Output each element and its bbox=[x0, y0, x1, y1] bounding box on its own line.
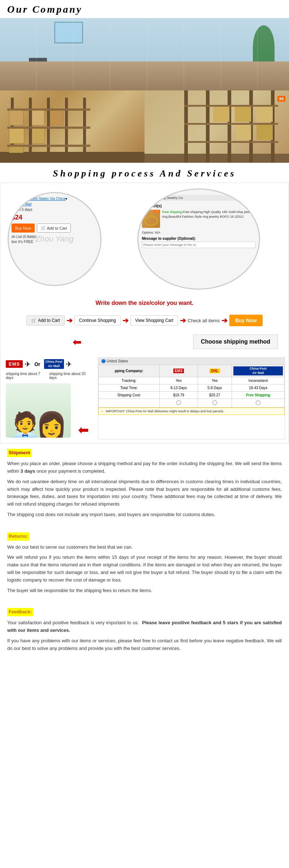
shipping-to-label: hipping to bbox=[12, 197, 27, 201]
important-note: ⚠ IMPORTANT: China Post Air Mail deliver… bbox=[98, 408, 285, 415]
feedback-section: Feedback: Your satisfaction and positive… bbox=[0, 603, 289, 660]
returns-p1: We do our best to serve our customers th… bbox=[7, 544, 282, 551]
left-circle-screenshot: hipping to United States Via China ▾ Pos… bbox=[8, 192, 102, 286]
process-top-row: hipping to United States Via China ▾ Pos… bbox=[0, 183, 289, 295]
table-header-bar: 🔵 United States bbox=[98, 358, 285, 365]
flow-continue-shopping[interactable]: Continue Shopping bbox=[74, 315, 121, 326]
shipping-method-link[interactable]: Post Air Mail bbox=[12, 202, 32, 206]
shipment-p3: The shipping cost does not include any i… bbox=[7, 511, 282, 519]
flow-add-to-cart[interactable]: 🛒 Add to Cart bbox=[26, 315, 65, 326]
delivery-person2: 👩 bbox=[36, 412, 67, 438]
shopping-process-title: Shopping process And Services bbox=[0, 163, 289, 183]
warehouse-photos: 94 bbox=[0, 90, 289, 163]
col-company: pping Company: bbox=[99, 365, 160, 377]
buy-now-button[interactable]: Buy Now bbox=[12, 224, 35, 233]
message-label: Message to supplier (Optional): bbox=[142, 237, 255, 241]
choose-shipping-area: ⬅ Choose shipping method bbox=[0, 332, 289, 352]
seller-bar: ller: ZhouYang Jewelry Co. bbox=[142, 195, 255, 201]
shipment-p1: When you place an order, please choose a… bbox=[7, 460, 282, 475]
flow-buy-now[interactable]: Buy Now bbox=[229, 315, 263, 326]
ems-time: shipping time about 7 days bbox=[6, 372, 46, 380]
shipment-p2: We do not uarantee delivery time on all … bbox=[7, 478, 282, 508]
shipping-comparison-table: pping Company: EMS DHL China PostAir Mai… bbox=[98, 365, 285, 408]
delivery-man-image: 🧑‍💼 👩 bbox=[6, 383, 71, 438]
our-company-section: Our Company bbox=[0, 0, 289, 163]
feedback-p2: If you have any problems with our items … bbox=[7, 637, 282, 652]
big-red-arrow: ⬅ bbox=[78, 422, 89, 438]
protection-label: tion It's FREE bbox=[12, 240, 98, 244]
left-shipping-options: EMS ✈ Or China PostAir Mail ✈ shipping t… bbox=[4, 357, 98, 439]
col-china-post: China PostAir Mail bbox=[232, 365, 285, 377]
arrow-4: ➔ bbox=[221, 316, 228, 325]
dhl-radio[interactable] bbox=[212, 400, 217, 405]
add-to-cart-button[interactable]: 🛒 Add to Cart bbox=[37, 224, 71, 233]
arrow-2: ➔ bbox=[122, 316, 129, 325]
office-photo bbox=[0, 18, 289, 90]
radio-row bbox=[99, 399, 285, 408]
ems-logo: EMS bbox=[6, 360, 23, 368]
warning-icon: ⚠ bbox=[101, 409, 104, 413]
col-dhl: DHL bbox=[198, 365, 232, 377]
flow-view-cart[interactable]: View Shopping Cart bbox=[130, 315, 178, 326]
shipment-section: Shipment When you place an order, please… bbox=[0, 443, 289, 527]
ems-option: EMS ✈ Or China PostAir Mail ✈ bbox=[6, 359, 96, 369]
right-table-area: 🔵 United States pping Company: EMS DHL bbox=[98, 357, 285, 439]
arrow-1: ➔ bbox=[66, 316, 73, 325]
feedback-label: Feedback: bbox=[7, 608, 33, 616]
shipping-arrow-icon: ⬅ bbox=[73, 336, 82, 348]
ems-radio[interactable] bbox=[176, 400, 181, 405]
shipping-times: shipping time about 7 days shipping time… bbox=[6, 372, 96, 380]
write-down-text: Write down the size/color you want. bbox=[0, 297, 289, 309]
wish-list-label: sh List (0 Adds) bbox=[12, 235, 98, 239]
product-options: Options: N/A bbox=[142, 231, 255, 234]
ems-plane-icon: ✈ bbox=[25, 360, 31, 369]
china-post-plane-icon: ✈ bbox=[66, 360, 72, 369]
returns-p3: The buyer will be responsible for the sh… bbox=[7, 587, 282, 595]
product-row: OS Free shipping,Free shipping,High Qual… bbox=[142, 210, 255, 228]
col-ems: EMS bbox=[160, 365, 198, 377]
bottom-shipping-row: EMS ✈ Or China PostAir Mail ✈ shipping t… bbox=[0, 354, 289, 443]
cart-icon: 🛒 bbox=[41, 226, 46, 230]
china-post-logo: China PostAir Mail bbox=[44, 359, 64, 369]
process-area: hipping to United States Via China ▾ Pos… bbox=[0, 183, 289, 443]
destination-label: 🔵 United States bbox=[101, 359, 128, 363]
tracking-row: Tracking: Yes Yes Inconsistent bbox=[99, 377, 285, 384]
china-post-time: shipping time about 20 days bbox=[49, 372, 89, 380]
delivery-illustration: 🧑‍💼 👩 ⬅ bbox=[6, 383, 96, 438]
warehouse-left-photo bbox=[0, 90, 144, 163]
shipment-label: Shipment bbox=[7, 449, 31, 457]
choose-shipping-box: Choose shipping method bbox=[193, 335, 278, 349]
product-info: Free shipping,Free shipping,High Quality… bbox=[162, 210, 255, 228]
arrow-3: ➔ bbox=[180, 316, 186, 325]
flow-check-all: Check all items bbox=[188, 318, 220, 323]
product-image: OS bbox=[142, 210, 160, 228]
or-text: Or bbox=[34, 361, 40, 367]
feedback-p1: Your satisfaction and positive feedback … bbox=[7, 619, 282, 634]
our-company-title: Our Company bbox=[0, 0, 289, 18]
shopping-process-section: Shopping process And Services hipping to… bbox=[0, 163, 289, 443]
right-circle-screenshot: ller: ZhouYang Jewelry Co. Product(s) OS… bbox=[137, 188, 260, 290]
products-label: Product(s) bbox=[142, 204, 255, 208]
china-post-radio[interactable] bbox=[256, 400, 260, 405]
flow-row: 🛒 Add to Cart ➔ Continue Shopping ➔ View… bbox=[0, 311, 289, 330]
returns-label: Returns: bbox=[7, 532, 29, 541]
warehouse-right-photo: 94 bbox=[144, 90, 289, 163]
total-time-row: Total Time: 8-13 Days 5-8 Days 18-43 Day… bbox=[99, 384, 285, 392]
shipping-destination-link[interactable]: United States Via China bbox=[27, 197, 65, 201]
price-display: $24 bbox=[12, 214, 98, 221]
within-label: within 5 days bbox=[12, 208, 98, 212]
right-circle-area: ller: ZhouYang Jewelry Co. Product(s) OS… bbox=[108, 183, 289, 295]
message-input[interactable] bbox=[142, 242, 255, 248]
left-circle-area: hipping to United States Via China ▾ Pos… bbox=[0, 183, 108, 295]
cost-row: Shipping Cost: $19.79 $20.27 Free Shippi… bbox=[99, 392, 285, 399]
returns-section: Returns: We do our best to serve our cus… bbox=[0, 527, 289, 603]
cart-small-icon: 🛒 bbox=[31, 318, 36, 323]
returns-p2: We will refund you if you return the ite… bbox=[7, 554, 282, 584]
